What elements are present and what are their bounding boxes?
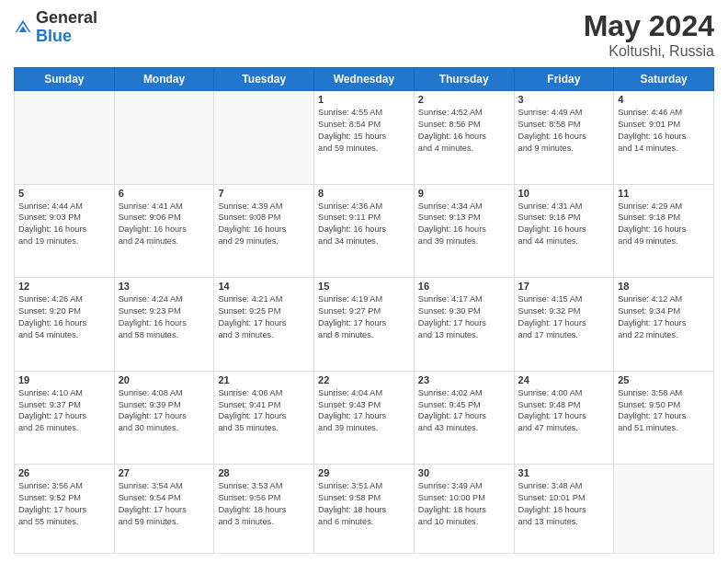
table-row: 3Sunrise: 4:49 AMSunset: 8:58 PMDaylight…: [514, 91, 614, 185]
day-number: 14: [218, 281, 310, 292]
table-row: 10Sunrise: 4:31 AMSunset: 9:16 PMDayligh…: [514, 184, 614, 278]
table-row: 4Sunrise: 4:46 AMSunset: 9:01 PMDaylight…: [614, 91, 714, 185]
logo-text: General Blue: [36, 9, 97, 46]
day-number: 28: [218, 467, 310, 478]
table-row: 29Sunrise: 3:51 AMSunset: 9:58 PMDayligh…: [314, 465, 415, 554]
day-number: 1: [318, 94, 410, 105]
col-saturday: Saturday: [614, 68, 714, 91]
day-number: 13: [119, 281, 210, 292]
col-wednesday: Wednesday: [314, 68, 415, 91]
day-info: Sunrise: 4:52 AMSunset: 8:56 PMDaylight:…: [418, 107, 510, 155]
col-tuesday: Tuesday: [214, 68, 314, 91]
table-row: 23Sunrise: 4:02 AMSunset: 9:45 PMDayligh…: [414, 371, 514, 465]
day-number: 19: [18, 374, 110, 385]
calendar-week-row: 1Sunrise: 4:55 AMSunset: 8:54 PMDaylight…: [15, 91, 714, 185]
day-number: 10: [518, 188, 610, 199]
col-monday: Monday: [114, 68, 214, 91]
table-row: 8Sunrise: 4:36 AMSunset: 9:11 PMDaylight…: [314, 184, 415, 278]
table-row: 24Sunrise: 4:00 AMSunset: 9:48 PMDayligh…: [514, 371, 614, 465]
calendar-week-row: 26Sunrise: 3:56 AMSunset: 9:52 PMDayligh…: [15, 465, 714, 554]
table-row: 14Sunrise: 4:21 AMSunset: 9:25 PMDayligh…: [214, 278, 314, 372]
day-info: Sunrise: 4:49 AMSunset: 8:58 PMDaylight:…: [518, 107, 610, 155]
day-info: Sunrise: 4:41 AMSunset: 9:06 PMDaylight:…: [119, 201, 210, 248]
table-row: 9Sunrise: 4:34 AMSunset: 9:13 PMDaylight…: [414, 184, 514, 278]
table-row: 2Sunrise: 4:52 AMSunset: 8:56 PMDaylight…: [414, 91, 514, 185]
day-info: Sunrise: 3:53 AMSunset: 9:56 PMDaylight:…: [218, 480, 310, 528]
day-info: Sunrise: 4:15 AMSunset: 9:32 PMDaylight:…: [518, 293, 610, 341]
table-row: 20Sunrise: 4:08 AMSunset: 9:39 PMDayligh…: [114, 371, 214, 465]
day-info: Sunrise: 4:46 AMSunset: 9:01 PMDaylight:…: [618, 107, 710, 155]
day-number: 11: [618, 188, 710, 199]
day-info: Sunrise: 4:55 AMSunset: 8:54 PMDaylight:…: [318, 107, 410, 155]
title-location: Koltushi, Russia: [584, 43, 714, 60]
day-number: 5: [18, 188, 110, 199]
day-info: Sunrise: 4:21 AMSunset: 9:25 PMDaylight:…: [218, 293, 310, 341]
table-row: 11Sunrise: 4:29 AMSunset: 9:18 PMDayligh…: [614, 184, 714, 278]
table-row: 5Sunrise: 4:44 AMSunset: 9:03 PMDaylight…: [15, 184, 115, 278]
calendar-week-row: 19Sunrise: 4:10 AMSunset: 9:37 PMDayligh…: [15, 371, 714, 465]
logo: General Blue: [14, 9, 97, 46]
table-row: 19Sunrise: 4:10 AMSunset: 9:37 PMDayligh…: [15, 371, 115, 465]
day-info: Sunrise: 3:48 AMSunset: 10:01 PMDaylight…: [518, 480, 610, 528]
table-row: 28Sunrise: 3:53 AMSunset: 9:56 PMDayligh…: [214, 465, 314, 554]
table-row: 7Sunrise: 4:39 AMSunset: 9:08 PMDaylight…: [214, 184, 314, 278]
table-row: 27Sunrise: 3:54 AMSunset: 9:54 PMDayligh…: [114, 465, 214, 554]
table-row: 1Sunrise: 4:55 AMSunset: 8:54 PMDaylight…: [314, 91, 415, 185]
day-number: 3: [518, 94, 610, 105]
day-number: 25: [618, 374, 710, 385]
day-number: 21: [218, 374, 310, 385]
day-info: Sunrise: 3:51 AMSunset: 9:58 PMDaylight:…: [318, 480, 410, 528]
table-row: 17Sunrise: 4:15 AMSunset: 9:32 PMDayligh…: [514, 278, 614, 372]
calendar-header-row: Sunday Monday Tuesday Wednesday Thursday…: [15, 68, 714, 91]
table-row: [114, 91, 214, 185]
table-row: 21Sunrise: 4:06 AMSunset: 9:41 PMDayligh…: [214, 371, 314, 465]
table-row: [214, 91, 314, 185]
header: General Blue May 2024 Koltushi, Russia: [14, 9, 714, 60]
day-info: Sunrise: 4:08 AMSunset: 9:39 PMDaylight:…: [119, 387, 210, 435]
logo-general-text: General: [36, 9, 97, 28]
day-number: 8: [318, 188, 410, 199]
day-info: Sunrise: 4:19 AMSunset: 9:27 PMDaylight:…: [318, 293, 410, 341]
table-row: [614, 465, 714, 554]
day-number: 6: [119, 188, 210, 199]
day-info: Sunrise: 4:00 AMSunset: 9:48 PMDaylight:…: [518, 387, 610, 435]
day-info: Sunrise: 4:26 AMSunset: 9:20 PMDaylight:…: [18, 293, 110, 341]
day-number: 30: [418, 467, 510, 478]
day-number: 9: [418, 188, 510, 199]
day-info: Sunrise: 4:36 AMSunset: 9:11 PMDaylight:…: [318, 201, 410, 248]
day-number: 16: [418, 281, 510, 292]
table-row: 26Sunrise: 3:56 AMSunset: 9:52 PMDayligh…: [15, 465, 115, 554]
day-number: 20: [119, 374, 210, 385]
day-number: 23: [418, 374, 510, 385]
day-info: Sunrise: 4:31 AMSunset: 9:16 PMDaylight:…: [518, 201, 610, 248]
day-info: Sunrise: 4:06 AMSunset: 9:41 PMDaylight:…: [218, 387, 310, 435]
table-row: 18Sunrise: 4:12 AMSunset: 9:34 PMDayligh…: [614, 278, 714, 372]
day-info: Sunrise: 4:12 AMSunset: 9:34 PMDaylight:…: [618, 293, 710, 341]
day-number: 24: [518, 374, 610, 385]
calendar-table: Sunday Monday Tuesday Wednesday Thursday…: [14, 67, 714, 554]
day-info: Sunrise: 3:54 AMSunset: 9:54 PMDaylight:…: [119, 480, 210, 528]
day-info: Sunrise: 4:24 AMSunset: 9:23 PMDaylight:…: [119, 293, 210, 341]
table-row: 31Sunrise: 3:48 AMSunset: 10:01 PMDaylig…: [514, 465, 614, 554]
logo-icon: [14, 18, 32, 37]
day-info: Sunrise: 3:49 AMSunset: 10:00 PMDaylight…: [418, 480, 510, 528]
day-number: 2: [418, 94, 510, 105]
day-info: Sunrise: 4:39 AMSunset: 9:08 PMDaylight:…: [218, 201, 310, 248]
day-number: 4: [618, 94, 710, 105]
col-thursday: Thursday: [414, 68, 514, 91]
logo-blue-text: Blue: [36, 28, 97, 46]
table-row: 25Sunrise: 3:58 AMSunset: 9:50 PMDayligh…: [614, 371, 714, 465]
day-number: 27: [119, 467, 210, 478]
table-row: 12Sunrise: 4:26 AMSunset: 9:20 PMDayligh…: [15, 278, 115, 372]
table-row: 13Sunrise: 4:24 AMSunset: 9:23 PMDayligh…: [114, 278, 214, 372]
col-friday: Friday: [514, 68, 614, 91]
table-row: [15, 91, 115, 185]
calendar-week-row: 5Sunrise: 4:44 AMSunset: 9:03 PMDaylight…: [15, 184, 714, 278]
day-number: 29: [318, 467, 410, 478]
day-info: Sunrise: 3:56 AMSunset: 9:52 PMDaylight:…: [18, 480, 110, 528]
day-info: Sunrise: 4:04 AMSunset: 9:43 PMDaylight:…: [318, 387, 410, 435]
day-number: 26: [18, 467, 110, 478]
day-number: 15: [318, 281, 410, 292]
day-info: Sunrise: 4:44 AMSunset: 9:03 PMDaylight:…: [18, 201, 110, 248]
day-info: Sunrise: 4:02 AMSunset: 9:45 PMDaylight:…: [418, 387, 510, 435]
